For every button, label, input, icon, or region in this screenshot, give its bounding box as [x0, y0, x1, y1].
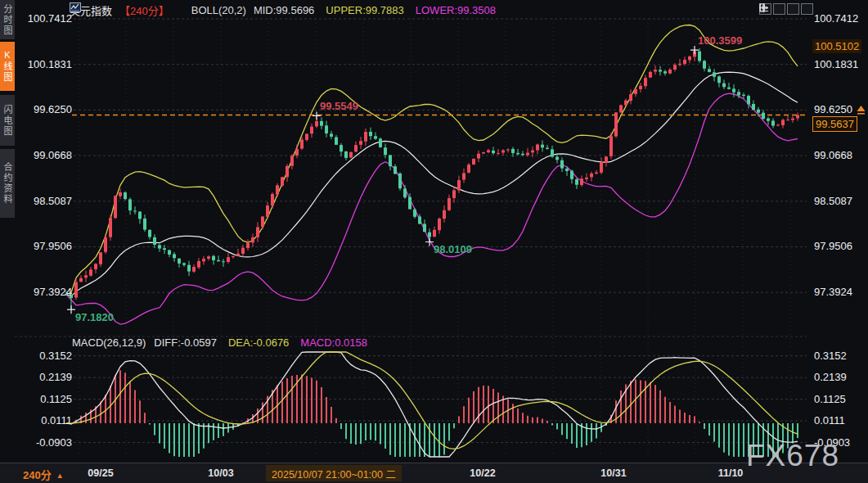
- price-annotation: 99.5549: [320, 100, 358, 112]
- chart-toolbar: [759, 3, 813, 15]
- period-high-badge: 100.5102: [812, 39, 861, 53]
- date-tick: 10/31: [600, 467, 626, 479]
- sidebar: 分时图 K线图 闪电图 合约资料: [0, 0, 15, 463]
- tab-label: K线图: [1, 50, 14, 83]
- axis-label: 0.0111: [15, 414, 72, 427]
- interval-text: 240分: [23, 469, 52, 481]
- date-tick: 10/22: [470, 467, 495, 479]
- date-tick: 10/03: [208, 467, 233, 479]
- axis-label: 97.9506: [15, 240, 72, 253]
- sidebar-tab-candlestick[interactable]: K线图: [0, 42, 15, 91]
- axis-label: 100.1831: [814, 58, 866, 71]
- axis-label: 98.5087: [814, 195, 866, 208]
- sidebar-tab-lightning[interactable]: 闪电图: [0, 95, 15, 146]
- axis-label: 97.3924: [814, 286, 866, 299]
- selected-time-box: 2025/10/07 21:00~01:00 二: [266, 465, 402, 481]
- macd-diff-value: DIFF:-0.0597: [154, 336, 217, 349]
- trading-app: 分时图 K线图 闪电图 合约资料 美元指数 【240分】 BOLL(20,2) …: [0, 0, 868, 483]
- boll-lower-value: LOWER:99.3508: [416, 4, 496, 16]
- axis-label: 0.2139: [15, 371, 72, 384]
- time-axis-bar: 240分▲ 09/25 10/03 2025/10/07 21:00~01:00…: [0, 463, 868, 483]
- boll-mid-value: MID:99.5696: [254, 4, 314, 16]
- axis-label: 0.1125: [814, 393, 866, 406]
- interval-selector[interactable]: 240分▲: [23, 467, 64, 482]
- axis-label: 0.2139: [814, 371, 866, 384]
- axis-playback-icon[interactable]: [787, 3, 799, 15]
- axis-label: 98.5087: [15, 195, 72, 208]
- axis-label: 97.3924: [15, 286, 72, 299]
- macd-label: MACD(26,12,9): [72, 336, 146, 349]
- axis-label: 99.0668: [15, 149, 72, 162]
- boll-label: BOLL(20,2): [191, 4, 246, 16]
- sidebar-tab-timeshare[interactable]: 分时图: [0, 0, 15, 39]
- tab-label: 闪电图: [1, 105, 14, 137]
- price-annotation: 100.3599: [698, 34, 742, 47]
- axis-label: 100.7412: [814, 12, 866, 25]
- watermark: FX678: [746, 439, 839, 473]
- axis-label: 100.7412: [15, 12, 72, 25]
- axis-label: 0.0111: [814, 414, 866, 427]
- last-price-badge: 99.5637: [812, 116, 857, 132]
- tab-label: 合约资料: [1, 162, 14, 205]
- axis-label: 0.3152: [15, 350, 72, 363]
- axis-label: 99.0668: [814, 149, 866, 162]
- interval-arrow-icon: ▲: [56, 472, 64, 480]
- axis-label: 99.6250: [15, 103, 72, 116]
- macd-dea-value: DEA:-0.0676: [228, 336, 289, 349]
- macd-legend: MACD(26,12,9) DIFF:-0.0597 DEA:-0.0676 M…: [72, 336, 367, 350]
- price-annotation: 97.1820: [75, 311, 114, 323]
- axis-label: 0.3152: [814, 350, 866, 363]
- tab-label: 分时图: [1, 4, 14, 36]
- pane-exit-icon[interactable]: [801, 3, 813, 15]
- axis-label: 97.9506: [814, 240, 866, 253]
- macd-bar-value: MACD:0.0158: [300, 336, 367, 349]
- boll-upper-value: UPPER:99.7883: [326, 4, 403, 16]
- date-tick: 09/25: [88, 467, 113, 479]
- interval-label: 【240分】: [119, 2, 169, 18]
- axis-label: 100.1831: [15, 58, 72, 71]
- axis-label: -0.0903: [15, 436, 72, 449]
- chart-legend: 美元指数 【240分】 BOLL(20,2) MID:99.5696 UPPER…: [70, 2, 496, 17]
- axis-label: 0.1125: [15, 393, 72, 406]
- price-annotation: 98.0109: [434, 243, 472, 255]
- sidebar-tab-contract-info[interactable]: 合约资料: [0, 149, 15, 218]
- date-tick: 11/10: [718, 467, 744, 479]
- chart-plot[interactable]: [0, 0, 868, 483]
- axis-scale-icon[interactable]: [773, 3, 785, 15]
